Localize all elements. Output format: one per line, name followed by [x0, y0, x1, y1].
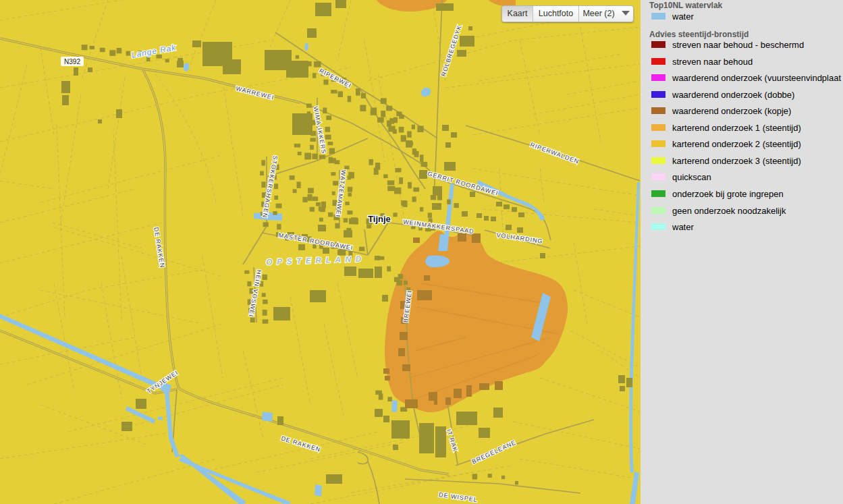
svg-text:Tijnje: Tijnje	[368, 214, 391, 224]
svg-text:N392: N392	[64, 58, 80, 65]
